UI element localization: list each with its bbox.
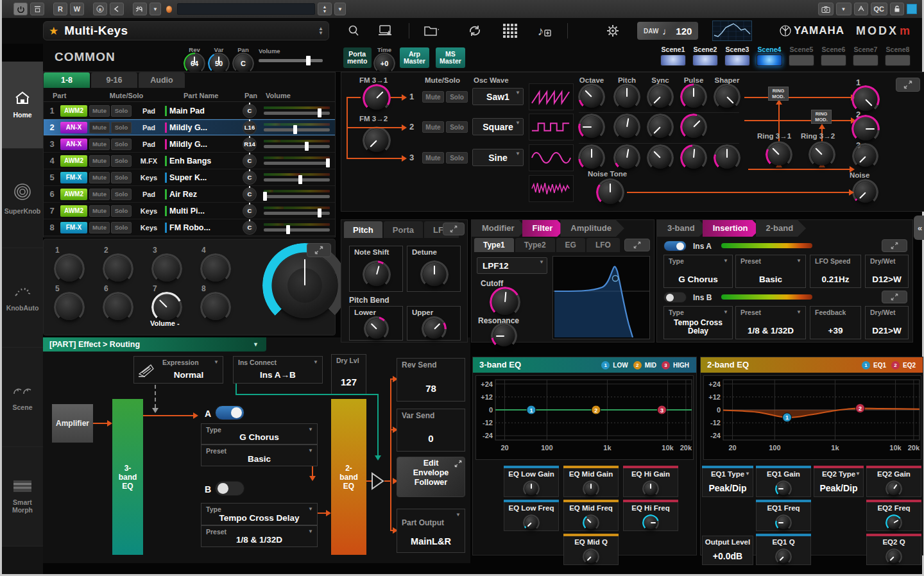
volume-slider-handle[interactable] (318, 108, 321, 117)
eq2-freq-knob[interactable] (887, 516, 900, 529)
pan-knob[interactable]: C (243, 154, 257, 168)
tab-porta[interactable]: Porta (384, 221, 423, 238)
part-tab-audio[interactable]: Audio (139, 72, 185, 88)
fx-a-type-select[interactable]: Type▼ G Chorus (201, 423, 318, 445)
ins-connect-select[interactable]: Ins Connect▼ Ins A→B (233, 356, 323, 384)
part-row-5[interactable]: 5FM-XMuteSoloKeysSuper K...C (44, 169, 335, 186)
knob-panel-expand-button[interactable] (307, 243, 331, 257)
pan-knob[interactable]: C (243, 171, 257, 185)
compare-button[interactable] (854, 3, 868, 15)
patch-spinner[interactable]: ▲▼ (318, 26, 323, 35)
part-row-1[interactable]: 1AWM2MuteSoloPadMain PadC (44, 103, 335, 119)
mute-button[interactable]: Mute (89, 189, 110, 200)
osc2-solo-button[interactable]: Solo (446, 121, 468, 133)
eq-mid-freq-knob-tile[interactable]: EQ Mid Freq (563, 502, 619, 531)
solo-button[interactable]: Solo (111, 222, 132, 233)
eq-low-freq-knob[interactable] (525, 516, 538, 529)
routing-2band-eq-block[interactable]: 2-band EQ (331, 399, 366, 555)
edit-envelope-follower-button[interactable]: Edit Envelope Follower (397, 457, 465, 497)
noise-level-knob[interactable] (855, 182, 876, 203)
assignable-knob-8[interactable] (203, 294, 228, 320)
sidebar-item-scene[interactable]: Scene (2, 348, 43, 447)
mute-button[interactable]: Mute (89, 122, 110, 133)
tab-type1[interactable]: Type1 (474, 238, 514, 252)
mute-button[interactable]: Mute (89, 155, 110, 167)
tab-amplitude[interactable]: Amplitude (560, 220, 624, 237)
osc1-shaper-knob[interactable] (716, 86, 738, 108)
output-level-select[interactable]: Output Level+0.0dB (702, 536, 753, 565)
scene-pad[interactable] (724, 55, 750, 66)
patch-selector[interactable]: ★ Multi-Keys ▲▼ (43, 21, 329, 40)
volume-slider[interactable] (264, 162, 330, 165)
preset-dropdown[interactable]: ▼ (334, 3, 346, 15)
osc3-pulse-knob[interactable] (683, 147, 705, 169)
eq1-q-knob[interactable] (777, 550, 790, 563)
ms-master-button[interactable]: MSMaster (436, 47, 465, 68)
part-tab-9-16[interactable]: 9-16 (91, 72, 137, 88)
prev-button[interactable] (110, 3, 124, 15)
fx-a-preset-select[interactable]: Preset▼ Basic (201, 445, 318, 466)
eq-hi-freq-knob-tile[interactable]: EQ Hi Freq (623, 502, 678, 531)
volume-slider-handle[interactable] (298, 175, 302, 184)
volume-slider-handle[interactable] (263, 192, 267, 201)
volume-slider[interactable] (264, 195, 330, 198)
pb-upper-knob[interactable] (424, 319, 444, 339)
pb-upper-box[interactable]: Upper (407, 306, 461, 341)
assignable-knob-1[interactable] (56, 256, 82, 282)
tab-insertion[interactable]: Insertion (703, 220, 761, 237)
eq2-freq-knob-tile[interactable]: EQ2 Freq (866, 502, 921, 531)
part-row-2[interactable]: 2AN-XMuteSoloPadMildly G...L16 (44, 119, 335, 136)
eq-mid-q-knob-tile[interactable]: EQ Mid Q (563, 536, 619, 565)
solo-button[interactable]: Solo (111, 189, 132, 200)
ins-b-feedback-field[interactable]: Feedback+39 (810, 306, 861, 339)
tab-filter[interactable]: Filter (522, 220, 566, 237)
mute-button[interactable]: Mute (89, 139, 110, 150)
mute-button[interactable]: Mute (89, 172, 110, 183)
filter-type-select[interactable]: LPF12▼ (477, 257, 547, 274)
eq-mid-freq-knob[interactable] (585, 516, 597, 529)
ins-a-toggle[interactable] (663, 241, 687, 251)
common-pan-knob[interactable]: C (234, 55, 252, 72)
detune-knob[interactable] (423, 263, 446, 286)
solo-button[interactable]: Solo (111, 155, 132, 167)
osc1-octave-knob[interactable] (581, 86, 603, 108)
ins-a-expand-button[interactable] (882, 239, 907, 252)
eq-mid-q-knob[interactable] (585, 550, 597, 563)
osc3-wave-select[interactable]: Sine▼ (472, 149, 524, 166)
eq2-q-knob-tile[interactable]: EQ2 Q (866, 536, 921, 565)
power-button[interactable] (13, 3, 28, 15)
preset-name-field[interactable] (177, 3, 315, 15)
volume-slider-handle[interactable] (318, 208, 321, 217)
eq2-type-select[interactable]: EQ2 Type▼Peak/Dip (814, 468, 864, 497)
pb-lower-box[interactable]: Lower (349, 306, 403, 341)
detune-box[interactable]: Detune (407, 246, 461, 292)
waveform-monitor[interactable] (712, 21, 752, 41)
ins-b-expand-button[interactable] (882, 291, 907, 303)
volume-slider[interactable] (264, 228, 330, 232)
ring-3-2-knob[interactable] (811, 144, 833, 165)
routing-3band-eq-block[interactable]: 3-band EQ (112, 399, 143, 555)
snapshot-button[interactable] (818, 3, 834, 15)
scene-pad[interactable] (885, 55, 911, 66)
eq-hi-gain-knob[interactable] (644, 482, 657, 495)
eq1-gain-knob-tile[interactable]: EQ1 Gain (756, 468, 811, 497)
tab-pitch[interactable]: Pitch (344, 221, 382, 238)
part-row-7[interactable]: 7AWM2MuteSoloKeysMulti Pi...C (44, 203, 335, 219)
ins-b-preset-field[interactable]: Preset▼1/8 & 1/32D (735, 306, 806, 339)
volume-slider-handle[interactable] (305, 142, 309, 151)
pitch-expand-button[interactable] (443, 223, 465, 235)
eq1-freq-knob[interactable] (777, 516, 790, 529)
ins-b-dry-wet-field[interactable]: Dry/WetD21>W (865, 306, 909, 339)
osc-expand-button[interactable] (896, 78, 920, 92)
tab-eg[interactable]: EG (556, 238, 585, 252)
common-rev-knob[interactable]: 64 (185, 55, 203, 72)
eq2-gain-knob[interactable] (887, 482, 900, 495)
solo-button[interactable]: Solo (111, 139, 132, 150)
part-row-3[interactable]: 3AN-XMuteSoloPadMildly G...R14 (44, 136, 335, 153)
eq-low-freq-knob-tile[interactable]: EQ Low Freq (504, 502, 559, 531)
osc1-solo-button[interactable]: Solo (446, 91, 468, 103)
eq-low-gain-knob-tile[interactable]: EQ Low Gain (504, 468, 559, 497)
arp-utility-button[interactable]: ♪ (536, 23, 552, 38)
mute-button[interactable]: Mute (89, 205, 110, 217)
favorite-star-icon[interactable]: ★ (49, 24, 58, 38)
